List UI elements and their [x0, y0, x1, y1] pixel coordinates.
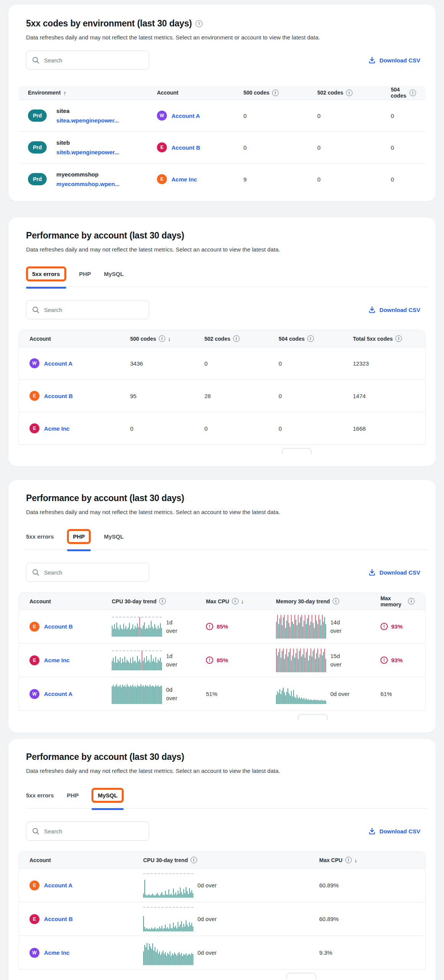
column-502-codes[interactable]: 502 codes i	[317, 90, 391, 96]
column-account[interactable]: Account	[157, 90, 243, 96]
account-link[interactable]: Acme Inc	[171, 176, 197, 183]
info-icon[interactable]: i	[191, 857, 197, 863]
tab-mysql[interactable]: MySQL	[104, 533, 124, 540]
warning-icon: !	[206, 657, 213, 664]
info-icon[interactable]: i	[159, 335, 165, 342]
download-icon	[368, 827, 376, 835]
tab-mysql[interactable]: MySQL	[104, 271, 124, 277]
cpu-trend-sparkline	[112, 617, 162, 637]
accounts-5xx-table: Account 500 codes i ↓ 502 codes i 504 co…	[18, 330, 426, 445]
column-504-codes[interactable]: 504 codes i	[391, 87, 416, 99]
table-row: Prd siteb siteb.wpenginepower... E Accou…	[18, 131, 426, 163]
table-row: E Acme Inc 0 0 0 1668	[19, 412, 425, 445]
environments-table: Environment ↑ Account 500 codes i 502 co…	[18, 86, 426, 195]
info-icon[interactable]: i	[410, 90, 416, 96]
memory-trend-sparkline	[276, 615, 326, 639]
info-icon[interactable]: i	[307, 335, 314, 342]
account-link[interactable]: Account B	[44, 623, 73, 630]
env-badge: Prd	[28, 173, 47, 185]
tab-php[interactable]: PHP	[67, 529, 91, 544]
cpu-trend-sparkline	[143, 941, 193, 965]
info-icon[interactable]: i	[333, 598, 339, 604]
search-input[interactable]	[26, 822, 149, 841]
env-name: siteb	[56, 139, 119, 146]
info-icon[interactable]: i	[395, 335, 402, 342]
search-input[interactable]	[26, 51, 149, 70]
column-environment[interactable]: Environment ↑	[28, 90, 157, 96]
value-total-5xx: 12323	[353, 360, 415, 367]
column-max-cpu[interactable]: Max CPU i ↓	[206, 598, 276, 604]
download-csv-button[interactable]: Download CSV	[368, 568, 420, 576]
tab-php[interactable]: PHP	[79, 271, 91, 277]
column-total-5xx[interactable]: Total 5xx codes i	[353, 335, 415, 342]
column-cpu-trend[interactable]: CPU 30-day trend i	[143, 857, 319, 863]
account-link[interactable]: Acme Inc	[44, 949, 70, 956]
account-link[interactable]: Acme Inc	[44, 425, 70, 432]
column-account[interactable]: Account	[29, 857, 143, 863]
account-link[interactable]: Account B	[44, 393, 73, 399]
download-csv-button[interactable]: Download CSV	[368, 56, 420, 64]
column-500-codes[interactable]: 500 codes i	[243, 90, 317, 96]
column-max-cpu[interactable]: Max CPU i ↓	[319, 857, 415, 863]
pagination-button-partial[interactable]	[282, 448, 312, 454]
max-cpu-value: 60.89%	[319, 916, 415, 922]
value-504-codes: 0	[391, 113, 416, 119]
account-avatar: W	[29, 689, 39, 699]
env-link[interactable]: sitea.wpenginepower...	[56, 117, 119, 124]
info-icon[interactable]: i	[196, 20, 202, 27]
download-csv-button[interactable]: Download CSV	[368, 827, 420, 835]
account-link[interactable]: Acme Inc	[44, 657, 70, 663]
pagination-button-partial[interactable]	[298, 714, 328, 720]
info-icon[interactable]: i	[232, 598, 238, 604]
account-avatar: E	[29, 655, 39, 665]
table-row: Prd myecommshop myecommshop.wpen... E Ac…	[18, 163, 426, 195]
value-502-codes: 0	[204, 360, 279, 367]
info-icon[interactable]: i	[233, 335, 240, 342]
tab-5xx-errors[interactable]: 5xx errors	[26, 792, 54, 799]
column-cpu-trend[interactable]: CPU 30-day trend i	[112, 598, 206, 604]
panel-subtitle: Data refreshes daily and may not reflect…	[18, 34, 426, 41]
account-avatar: E	[29, 391, 39, 401]
account-link[interactable]: Account A	[44, 691, 72, 697]
column-account[interactable]: Account	[29, 336, 130, 342]
cpu-over-label: 0d over	[166, 686, 180, 702]
panel-subtitle: Data refreshes daily and may not reflect…	[18, 246, 426, 253]
search-input[interactable]	[26, 300, 149, 319]
info-icon[interactable]: i	[408, 598, 415, 604]
env-link[interactable]: siteb.wpenginepower...	[56, 149, 119, 155]
env-name: myecommshop	[56, 171, 119, 178]
pagination-button-partial[interactable]	[286, 973, 316, 979]
download-icon	[368, 56, 376, 64]
column-memory-trend[interactable]: Memory 30-day trend i	[276, 598, 380, 604]
info-icon[interactable]: i	[159, 598, 166, 604]
search-icon	[31, 568, 40, 577]
column-account[interactable]: Account	[29, 598, 112, 604]
warning-icon: !	[380, 623, 388, 630]
table-header-row: Environment ↑ Account 500 codes i 502 co…	[18, 86, 426, 100]
tab-5xx-errors[interactable]: 5xx errors	[26, 266, 66, 281]
page-title: Performance by account (last 30 days)	[26, 230, 184, 241]
info-icon[interactable]: i	[346, 90, 353, 96]
info-icon[interactable]: i	[345, 857, 352, 863]
tab-mysql[interactable]: MySQL	[91, 788, 124, 803]
max-cpu-value: 85%	[217, 657, 228, 663]
column-502-codes[interactable]: 502 codes i	[204, 335, 279, 342]
account-link[interactable]: Account B	[171, 144, 200, 151]
column-max-memory[interactable]: Max memory i	[380, 595, 415, 608]
tab-5xx-errors[interactable]: 5xx errors	[26, 533, 54, 540]
account-link[interactable]: Account A	[44, 360, 72, 367]
download-csv-button[interactable]: Download CSV	[368, 306, 420, 314]
tab-php[interactable]: PHP	[67, 792, 79, 799]
account-link[interactable]: Account B	[44, 916, 73, 922]
info-icon[interactable]: i	[272, 90, 279, 96]
sort-desc-icon: ↓	[241, 598, 244, 604]
panel-performance-php: Performance by account (last 30 days) Da…	[8, 480, 436, 733]
search-input[interactable]	[26, 563, 149, 582]
column-504-codes[interactable]: 504 codes i	[279, 335, 353, 342]
account-link[interactable]: Account A	[171, 113, 200, 119]
account-link[interactable]: Account A	[44, 882, 72, 889]
env-link[interactable]: myecommshop.wpen...	[56, 181, 119, 187]
column-500-codes[interactable]: 500 codes i ↓	[130, 335, 204, 342]
value-total-5xx: 1474	[353, 393, 415, 399]
tab-bar: 5xx errors PHP MySQL	[26, 529, 428, 550]
